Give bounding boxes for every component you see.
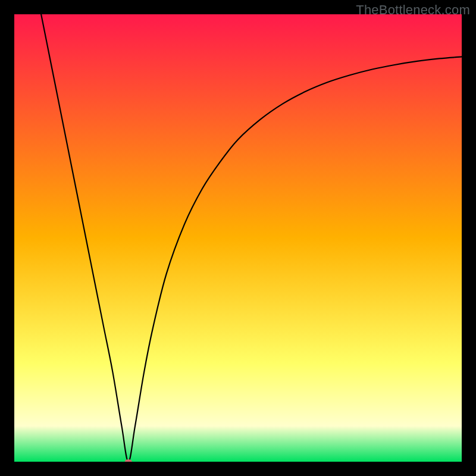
chart-frame <box>14 14 462 462</box>
gradient-background <box>14 14 462 462</box>
bottleneck-chart <box>14 14 462 462</box>
watermark-text: TheBottleneck.com <box>356 2 470 18</box>
